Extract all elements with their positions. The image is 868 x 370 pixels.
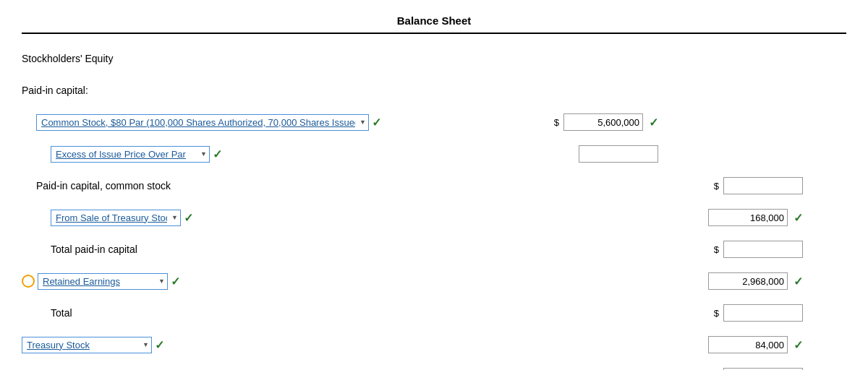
retained-earnings-row[interactable]: Retained Earnings ✓ ✓ [22, 270, 846, 293]
from-sale-treasury-input[interactable] [708, 209, 788, 226]
treasury-stock-dropdown[interactable]: Treasury Stock [22, 337, 152, 353]
retained-earnings-value-check: ✓ [793, 275, 803, 288]
common-stock-check: ✓ [372, 116, 381, 129]
total-input[interactable] [723, 304, 803, 322]
paid-in-capital-row: Paid-in capital: [22, 79, 846, 102]
paid-in-common-dollar: $ [714, 181, 719, 192]
total-dollar: $ [714, 308, 719, 319]
treasury-stock-check: ✓ [155, 338, 164, 352]
from-sale-treasury-value-check: ✓ [793, 211, 803, 225]
excess-issue-price-dropdown[interactable]: Excess of Issue Price Over Par [51, 146, 210, 163]
treasury-stock-value-check: ✓ [793, 338, 803, 352]
stockholders-equity-row: Stockholders' Equity [22, 47, 846, 70]
treasury-stock-input[interactable] [708, 336, 788, 353]
excess-issue-price-check: ✓ [213, 147, 222, 161]
retained-earnings-dropdown[interactable]: Retained Earnings [38, 273, 168, 290]
total-row: Total $ [22, 301, 846, 324]
total-paid-in-capital-label: Total paid-in capital [51, 244, 137, 255]
stockholders-equity-label: Stockholders' Equity [22, 53, 113, 64]
from-sale-treasury-dropdown[interactable]: From Sale of Treasury Stock [51, 210, 181, 226]
total-paid-in-input[interactable] [723, 241, 803, 258]
excess-issue-price-row[interactable]: Excess of Issue Price Over Par ✓ [22, 142, 846, 165]
treasury-stock-row[interactable]: Treasury Stock ✓ ✓ [22, 333, 846, 356]
common-stock-row[interactable]: Common Stock, $80 Par (100,000 Shares Au… [22, 111, 846, 134]
retained-earnings-check: ✓ [171, 275, 180, 288]
common-stock-dollar: $ [554, 117, 559, 128]
from-sale-treasury-row[interactable]: From Sale of Treasury Stock ✓ ✓ [22, 206, 846, 229]
from-sale-treasury-check: ✓ [184, 211, 193, 225]
paid-in-capital-common-row: Paid-in capital, common stock $ [22, 174, 846, 197]
total-label: Total [51, 307, 72, 319]
paid-in-common-input[interactable] [723, 177, 803, 194]
retained-earnings-input[interactable] [708, 272, 788, 290]
common-stock-value-check: ✓ [649, 116, 658, 129]
total-paid-in-capital-row: Total paid-in capital $ [22, 238, 846, 261]
retained-earnings-circle [22, 275, 35, 288]
common-stock-input[interactable] [563, 113, 643, 131]
page-title: Balance Sheet [22, 14, 846, 34]
common-stock-dropdown[interactable]: Common Stock, $80 Par (100,000 Shares Au… [36, 114, 369, 131]
total-stockholders-equity-row: Total stockholders' equity $ [22, 365, 846, 370]
paid-in-capital-common-label: Paid-in capital, common stock [36, 180, 171, 192]
total-paid-in-dollar: $ [714, 244, 719, 255]
excess-issue-price-input[interactable] [579, 145, 658, 163]
paid-in-capital-label: Paid-in capital: [22, 85, 88, 96]
